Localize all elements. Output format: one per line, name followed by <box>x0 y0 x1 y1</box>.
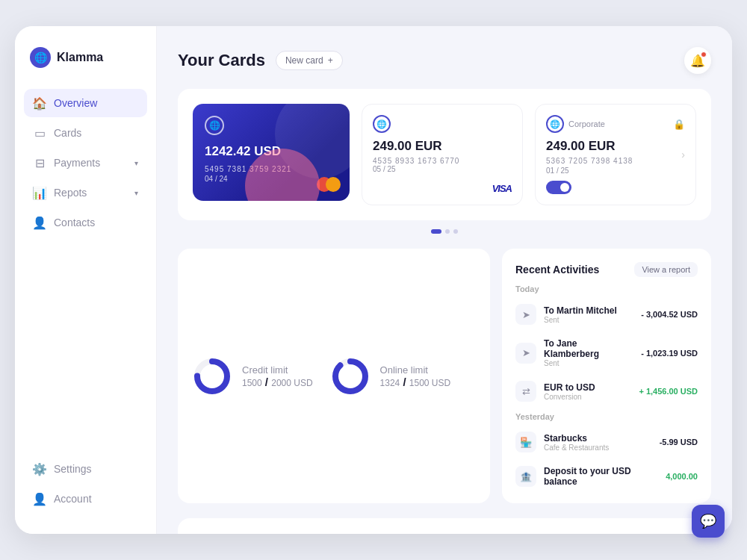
primary-card[interactable]: 🌐 1242.42 USD 5495 7381 3759 2321 04 / 2… <box>193 104 350 201</box>
activity-sub: Sent <box>544 359 633 367</box>
secondary-card[interactable]: 🌐 249.00 EUR 4535 8933 1673 6770 05 / 25… <box>362 104 523 205</box>
online-limit-label: Online limit <box>380 364 451 376</box>
primary-card-expiry: 04 / 24 <box>205 175 338 183</box>
credit-limit-label: Credit limit <box>242 364 313 376</box>
app-name: Klamma <box>57 51 103 64</box>
settings-icon: ⚙️ <box>33 462 46 476</box>
chat-fab-button[interactable]: 💬 <box>692 505 725 538</box>
activity-sub: Cafe & Restaurants <box>544 444 652 452</box>
sidebar-item-repots[interactable]: 📊 Repots ▾ <box>24 178 147 207</box>
logo-icon: 🌐 <box>30 47 51 68</box>
activity-name: Deposit to your USD balance <box>544 466 658 487</box>
online-limit-info: Online limit 1324 / 1500 USD <box>380 364 451 388</box>
main-content: Your Cards New card + 🔔 🌐 1242.42 USD 54… <box>157 26 732 534</box>
sidebar-item-account[interactable]: 👤 Account <box>24 485 147 513</box>
home-icon: 🏠 <box>33 96 46 110</box>
chevron-down-icon: ▾ <box>134 159 138 167</box>
secondary-card-number: 4535 8933 1673 6770 <box>373 157 512 165</box>
activities-title: Recent Activities <box>515 264 599 276</box>
activity-name: EUR to USD <box>544 382 631 393</box>
secondary-card-footer: VISA <box>373 183 512 194</box>
activity-item: ⇄ EUR to USD Conversion + 1,456.00 USD <box>515 378 698 405</box>
primary-card-amount: 1242.42 USD <box>205 144 338 159</box>
activity-amount: 4,000.00 <box>666 472 698 481</box>
mastercard-logo <box>317 177 341 192</box>
corporate-card-amount: 249.00 EUR <box>546 139 685 154</box>
dot-2 <box>453 229 458 234</box>
sidebar-label-settings: Settings <box>54 463 92 475</box>
notification-button[interactable]: 🔔 <box>684 47 711 74</box>
bottom-section: Int. Payments the last 30 days 8 Awaitin… <box>178 518 711 534</box>
activity-name: Starbucks <box>544 433 652 444</box>
payments-icon: ⊟ <box>33 156 46 169</box>
credit-limit-item: Credit limit 1500 / 2000 USD <box>193 262 313 490</box>
primary-card-number: 5495 7381 3759 2321 <box>205 165 338 173</box>
middle-section: Credit limit 1500 / 2000 USD <box>178 249 711 503</box>
header-left: Your Cards New card + <box>178 51 343 70</box>
activity-amount: -5.99 USD <box>660 438 698 447</box>
notification-dot <box>701 52 707 57</box>
page-header: Your Cards New card + 🔔 <box>178 47 711 74</box>
new-card-label: New card <box>285 55 323 66</box>
contacts-icon: 👤 <box>33 216 46 229</box>
dot-1 <box>445 229 450 234</box>
activity-amount: - 3,004.52 USD <box>641 310 698 319</box>
card-toggle[interactable] <box>546 181 571 194</box>
int-payments-period: the last 30 days <box>639 533 696 534</box>
activity-info: EUR to USD Conversion <box>544 382 631 401</box>
card-globe-icon: 🌐 <box>205 116 224 135</box>
secondary-card-expiry: 05 / 25 <box>373 165 512 173</box>
lock-icon: 🔒 <box>673 119 685 130</box>
corporate-card-footer <box>546 181 685 194</box>
send-icon: ➤ <box>515 304 536 325</box>
sidebar-bottom: ⚙️ Settings 👤 Account <box>15 455 156 513</box>
chat-icon: 💬 <box>700 513 716 529</box>
send-icon-2: ➤ <box>515 343 536 364</box>
online-limit-value: 1324 / 1500 USD <box>380 376 451 388</box>
corporate-card[interactable]: 🌐 Corporate 🔒 249.00 EUR 5363 7205 7398 … <box>535 104 696 205</box>
mc-circle-right <box>326 177 341 192</box>
activity-item: ➤ To Jane Klamberberg Sent - 1,023.19 US… <box>515 335 698 370</box>
yesterday-label: Yesterday <box>515 412 698 421</box>
corporate-card-number: 5363 7205 7398 4138 <box>546 157 685 165</box>
online-limit-chart <box>331 357 370 396</box>
svg-point-3 <box>335 361 365 391</box>
sidebar-item-overview[interactable]: 🏠 Overview <box>24 89 147 117</box>
sidebar-item-contacts[interactable]: 👤 Contacts <box>24 208 147 237</box>
sidebar-label-payments: Payments <box>54 157 100 169</box>
chevron-down-icon-repots: ▾ <box>134 189 138 197</box>
new-card-button[interactable]: New card + <box>276 51 343 70</box>
deposit-icon: 🏦 <box>515 466 536 487</box>
store-icon: 🏪 <box>515 432 536 452</box>
activity-info: To Jane Klamberberg Sent <box>544 338 633 367</box>
activity-info: Deposit to your USD balance <box>544 466 658 487</box>
activity-name: To Martin Mitchel <box>544 305 633 316</box>
view-report-button[interactable]: View a report <box>634 262 698 277</box>
sidebar-item-settings[interactable]: ⚙️ Settings <box>24 455 147 483</box>
sidebar-label-repots: Repots <box>54 187 87 199</box>
activity-item: 🏦 Deposit to your USD balance 4,000.00 <box>515 463 698 490</box>
online-limit-item: Online limit 1324 / 1500 USD <box>331 262 451 490</box>
secondary-card-icon: 🌐 <box>373 115 391 133</box>
sidebar-item-payments[interactable]: ⊟ Payments ▾ <box>24 149 147 177</box>
logo: 🌐 Klamma <box>15 47 156 89</box>
activity-amount: + 1,456.00 USD <box>639 387 698 396</box>
secondary-card-top: 🌐 <box>373 115 512 133</box>
int-payments-title: Int. Payments <box>193 532 261 534</box>
sidebar-item-cards[interactable]: ▭ Cards <box>24 119 147 147</box>
account-icon: 👤 <box>33 492 46 505</box>
corporate-title-row: 🌐 Corporate <box>546 115 605 133</box>
credit-limit-value: 1500 / 2000 USD <box>242 376 313 388</box>
corporate-label: Corporate <box>568 119 605 128</box>
dot-active <box>431 229 441 234</box>
plus-icon: + <box>328 55 333 66</box>
activity-amount: - 1,023.19 USD <box>641 349 698 358</box>
card-dots <box>178 229 711 234</box>
today-label: Today <box>515 284 698 293</box>
page-title: Your Cards <box>178 51 265 70</box>
card-icon: ▭ <box>33 126 46 140</box>
secondary-card-amount: 249.00 EUR <box>373 139 512 154</box>
sidebar-label-contacts: Contacts <box>54 217 95 228</box>
activity-info: To Martin Mitchel Sent <box>544 305 633 324</box>
int-payments-panel: Int. Payments the last 30 days 8 Awaitin… <box>178 518 711 534</box>
